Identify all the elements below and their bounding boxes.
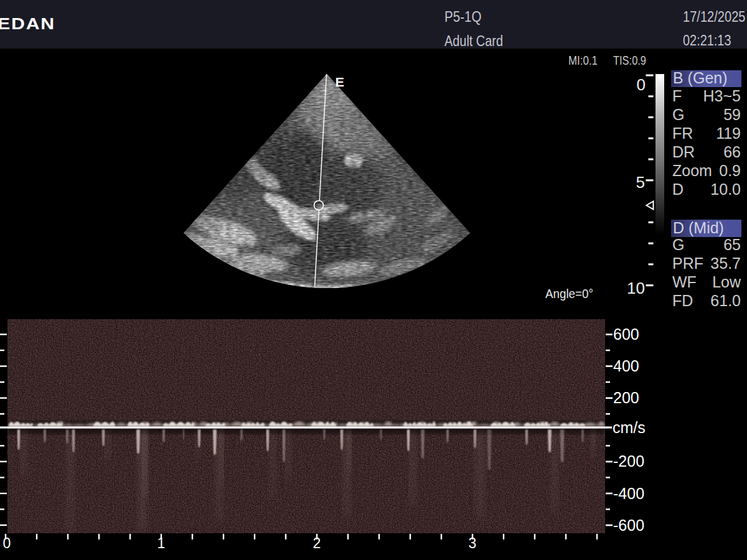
svg-text:119: 119 bbox=[716, 124, 741, 142]
svg-text:FD: FD bbox=[672, 292, 693, 309]
svg-text:17/12/2025: 17/12/2025 bbox=[683, 9, 746, 25]
svg-text:65: 65 bbox=[723, 236, 741, 253]
svg-text:35.7: 35.7 bbox=[710, 254, 741, 272]
svg-text:H3~5: H3~5 bbox=[703, 87, 741, 105]
svg-text:G: G bbox=[672, 236, 684, 253]
svg-text:1: 1 bbox=[157, 535, 166, 551]
svg-text:Zoom: Zoom bbox=[672, 162, 712, 179]
svg-text:D (Mid): D (Mid) bbox=[673, 219, 724, 236]
svg-text:B (Gen): B (Gen) bbox=[673, 69, 728, 86]
svg-text:PRF: PRF bbox=[672, 254, 703, 272]
svg-text:3: 3 bbox=[469, 535, 477, 551]
svg-text:EDAN: EDAN bbox=[0, 15, 55, 32]
svg-text:0.9: 0.9 bbox=[719, 162, 741, 179]
svg-text:G: G bbox=[672, 106, 684, 123]
svg-text:400: 400 bbox=[613, 357, 639, 375]
svg-text:D: D bbox=[672, 180, 684, 198]
svg-text:MI:0.1: MI:0.1 bbox=[568, 53, 598, 67]
svg-text:Low: Low bbox=[712, 273, 741, 291]
svg-text:Angle=0°: Angle=0° bbox=[545, 286, 593, 301]
svg-text:-400: -400 bbox=[613, 485, 644, 502]
svg-text:E: E bbox=[336, 75, 345, 89]
svg-text:0: 0 bbox=[637, 75, 646, 94]
svg-text:2: 2 bbox=[313, 535, 321, 551]
svg-text:FR: FR bbox=[672, 124, 693, 142]
svg-text:cm/s: cm/s bbox=[613, 419, 646, 436]
svg-text:5: 5 bbox=[636, 173, 645, 192]
svg-text:-600: -600 bbox=[613, 516, 644, 534]
svg-text:10: 10 bbox=[627, 279, 645, 297]
svg-text:-200: -200 bbox=[613, 452, 644, 470]
svg-text:F: F bbox=[672, 87, 682, 105]
svg-text:600: 600 bbox=[613, 325, 639, 343]
svg-text:61.0: 61.0 bbox=[710, 292, 741, 309]
svg-text:0: 0 bbox=[3, 535, 11, 551]
svg-text:02:21:13: 02:21:13 bbox=[683, 32, 731, 49]
svg-text:P5-1Q: P5-1Q bbox=[444, 9, 482, 25]
svg-text:10.0: 10.0 bbox=[710, 180, 741, 198]
svg-text:Adult Card: Adult Card bbox=[444, 33, 503, 49]
svg-text:WF: WF bbox=[672, 273, 697, 291]
svg-text:66: 66 bbox=[723, 143, 741, 161]
svg-text:59: 59 bbox=[723, 106, 741, 123]
svg-text:200: 200 bbox=[613, 389, 639, 406]
svg-text:DR: DR bbox=[672, 143, 695, 161]
svg-text:TIS:0.9: TIS:0.9 bbox=[613, 53, 646, 67]
